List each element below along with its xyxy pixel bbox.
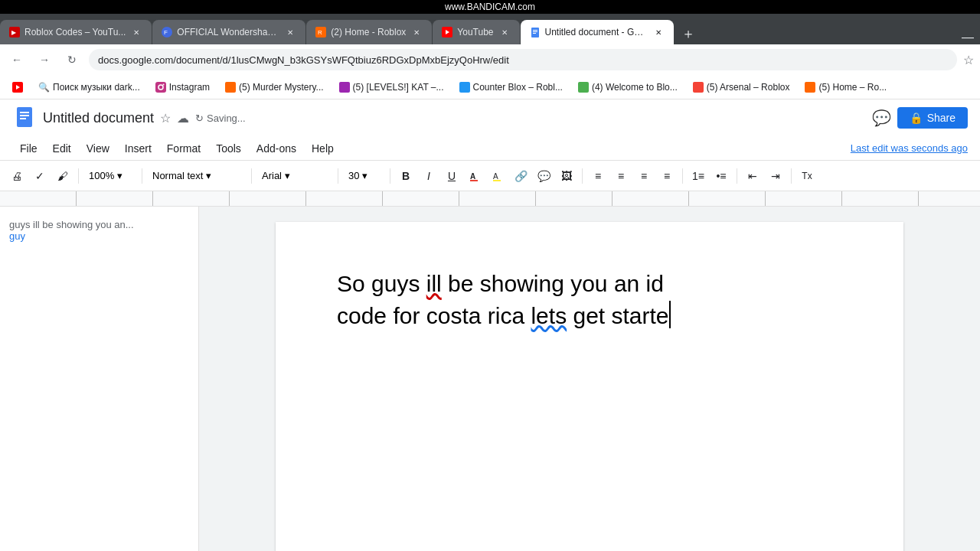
docs-header: Untitled document ☆ ☁ ↻ Saving... 💬 🔒 Sh… [0, 99, 980, 136]
insert-image-button[interactable]: 🖼 [556, 165, 577, 187]
menu-bar: File Edit View Insert Format Tools Add-o… [0, 136, 980, 161]
star-icon[interactable]: ☆ [160, 111, 171, 126]
bookmark-search-music[interactable]: 🔍 Поиск музыки dark... [32, 80, 146, 94]
menu-tools[interactable]: Tools [208, 139, 249, 158]
tab-filmora[interactable]: F OFFICIAL Wondershare Filmm... ✕ [152, 20, 305, 44]
menu-view[interactable]: View [79, 139, 117, 158]
toolbar-sep-1 [78, 168, 79, 184]
new-tab-button[interactable]: ＋ [678, 23, 699, 44]
style-dropdown[interactable]: Normal text ▾ [147, 165, 247, 187]
doc-line2: code for costa rica lets get starte [337, 303, 671, 328]
roblox-favicon-icon: ▶ [9, 27, 20, 37]
docs-title-icons: ☆ ☁ [160, 111, 189, 126]
font-size-dropdown[interactable]: 30 ▾ [343, 165, 385, 187]
svg-rect-22 [805, 82, 815, 93]
ruler [0, 191, 980, 207]
bookmark-arsenal[interactable]: (5) Arsenal – Roblox [687, 80, 796, 94]
increase-indent-button[interactable]: ⇥ [765, 165, 786, 187]
justify-button[interactable]: ≡ [656, 165, 678, 187]
bulleted-list-button[interactable]: •≡ [710, 165, 732, 187]
tab-home-roblox-close[interactable]: ✕ [410, 26, 423, 38]
menu-addons[interactable]: Add-ons [249, 139, 304, 158]
squiggly-ill: ill [426, 271, 442, 296]
numbered-list-button[interactable]: 1≡ [688, 165, 709, 187]
doc-text-content[interactable]: So guys ill be showing you an id code fo… [337, 268, 842, 332]
bookmark-home-roblox2[interactable]: (5) Home – Ro... [799, 80, 893, 94]
bookmark-kat[interactable]: (5) [LEVELS!] KAT –... [333, 80, 450, 94]
clear-format-button[interactable]: Tx [796, 165, 818, 187]
doc-page: So guys ill be showing you an id code fo… [276, 222, 903, 551]
text-color-button[interactable]: A [464, 165, 485, 187]
tab-roblox-close[interactable]: ✕ [130, 26, 142, 38]
svg-rect-26 [20, 118, 26, 119]
menu-format[interactable]: Format [159, 139, 208, 158]
menu-help[interactable]: Help [304, 139, 341, 158]
share-button[interactable]: 🔒 Share [897, 107, 968, 129]
svg-rect-18 [339, 82, 350, 93]
tab-youtube-title: YouTube [457, 27, 493, 37]
tab-bar: ▶ Roblox Codes – YouTu... ✕ F OFFICIAL W… [0, 14, 980, 44]
home-roblox2-icon [805, 82, 815, 93]
cloud-icon[interactable]: ☁ [177, 111, 189, 126]
italic-button[interactable]: I [418, 165, 439, 187]
svg-rect-19 [459, 82, 470, 93]
decrease-indent-button[interactable]: ⇤ [742, 165, 763, 187]
tab-roblox-title: Roblox Codes – YouTu... [24, 27, 126, 37]
tab-docs[interactable]: Untitled document - Google... ✕ [521, 20, 674, 44]
bookmark-welcome-blo-label: (4) Welcome to Blo... [592, 82, 678, 93]
doc-area[interactable]: So guys ill be showing you an id code fo… [199, 207, 980, 551]
highlight-button[interactable]: A [487, 165, 508, 187]
forward-button[interactable]: → [34, 49, 55, 70]
align-center-button[interactable]: ≡ [610, 165, 632, 187]
spelling-button[interactable]: ✓ [29, 165, 51, 187]
minimize-button[interactable]: — [956, 31, 980, 44]
address-input[interactable] [89, 49, 957, 70]
toolbar-sep-5 [390, 168, 390, 184]
menu-insert[interactable]: Insert [117, 139, 159, 158]
docs-logo-icon [12, 106, 37, 130]
bookmark-welcome-to-blo[interactable]: (4) Welcome to Blo... [572, 80, 684, 94]
print-button[interactable]: 🖨 [6, 165, 28, 187]
style-value: Normal text [152, 170, 203, 181]
tab-youtube-close[interactable]: ✕ [498, 26, 511, 38]
bold-button[interactable]: B [395, 165, 416, 187]
squiggly-lets: lets [531, 303, 567, 328]
menu-edit[interactable]: Edit [45, 139, 79, 158]
link-button[interactable]: 🔗 [510, 165, 531, 187]
tab-filmora-close[interactable]: ✕ [284, 26, 296, 38]
menu-file[interactable]: File [12, 139, 45, 158]
tab-roblox-codes[interactable]: ▶ Roblox Codes – YouTu... ✕ [0, 20, 152, 44]
docs-favicon-icon [530, 27, 541, 37]
svg-rect-21 [693, 82, 704, 93]
last-edit-text[interactable]: Last edit was seconds ago [851, 142, 968, 154]
filmora-favicon-icon: F [162, 27, 172, 37]
tab-home-roblox[interactable]: R (2) Home - Roblox ✕ [306, 20, 432, 44]
bookmark-murder-mystery[interactable]: (5) Murder Mystery... [219, 80, 329, 94]
align-left-button[interactable]: ≡ [587, 165, 609, 187]
bookmark-yt[interactable] [6, 80, 29, 94]
tab-docs-title: Untitled document - Google... [545, 27, 648, 37]
search-music-icon: 🔍 [38, 82, 50, 93]
font-dropdown[interactable]: Arial ▾ [256, 165, 333, 187]
sidebar-outline-link[interactable]: guy [9, 230, 189, 242]
font-value: Arial [262, 170, 282, 181]
bookmark-icon[interactable]: ☆ [963, 53, 974, 67]
style-chevron-icon: ▾ [206, 170, 211, 181]
tab-home-roblox-title: (2) Home - Roblox [331, 27, 406, 37]
comment-button[interactable]: 💬 [872, 109, 891, 127]
zoom-dropdown[interactable]: 100% ▾ [83, 165, 137, 187]
insert-comment-button[interactable]: 💬 [533, 165, 554, 187]
tab-youtube[interactable]: YouTube ✕ [433, 20, 519, 44]
sidebar-outline-text: guys ill be showing you an... [9, 219, 189, 230]
align-right-button[interactable]: ≡ [633, 165, 655, 187]
welcome-blo-icon [578, 82, 589, 93]
bookmark-counter-blox[interactable]: Counter Blox – Robl... [453, 80, 569, 94]
yt-bookmark-icon [12, 82, 23, 93]
paint-format-button[interactable]: 🖌 [52, 165, 74, 187]
tab-docs-close[interactable]: ✕ [652, 26, 665, 38]
bookmark-instagram[interactable]: Instagram [149, 80, 216, 94]
reload-button[interactable]: ↻ [61, 49, 83, 70]
font-size-chevron-icon: ▾ [362, 170, 368, 181]
back-button[interactable]: ← [6, 49, 28, 70]
underline-button[interactable]: U [441, 165, 462, 187]
